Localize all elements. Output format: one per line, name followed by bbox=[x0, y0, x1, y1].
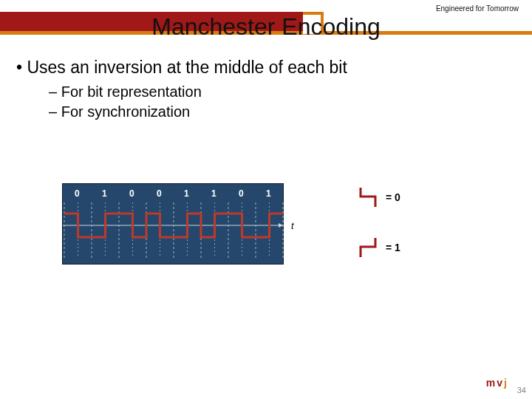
time-axis-label: t bbox=[291, 220, 294, 231]
bit-label: 1 bbox=[178, 188, 205, 199]
logo: mvj bbox=[486, 377, 507, 389]
bullet-sub-2: – For synchronization bbox=[49, 102, 516, 122]
tagline: Engineered for Tomorrow bbox=[436, 4, 519, 13]
bit-label: 0 bbox=[151, 188, 178, 199]
bit-label: 1 bbox=[96, 188, 123, 199]
bit-label: 1 bbox=[205, 188, 233, 199]
legend-one: = 1 bbox=[358, 235, 400, 260]
waveform-chart: 01001101 bbox=[62, 183, 284, 265]
diagram: 01001101 t = 0 = 1 bbox=[62, 170, 476, 288]
bullet-sub-1: – For bit representation bbox=[49, 82, 516, 102]
legend-zero-label: = 0 bbox=[386, 191, 400, 203]
bit-label: 0 bbox=[69, 188, 96, 199]
legend-zero-icon bbox=[358, 185, 380, 210]
legend-zero: = 0 bbox=[358, 185, 400, 210]
bit-labels: 01001101 bbox=[69, 188, 287, 199]
bit-label: 0 bbox=[233, 188, 260, 199]
legend-one-icon bbox=[358, 235, 380, 260]
legend-one-label: = 1 bbox=[386, 242, 400, 253]
bullet-main: Uses an inversion at the middle of each … bbox=[16, 58, 516, 78]
body-content: Uses an inversion at the middle of each … bbox=[16, 58, 516, 122]
bit-label: 1 bbox=[260, 188, 287, 199]
page-title: Manchester Encoding bbox=[0, 13, 532, 41]
page-number: 34 bbox=[517, 386, 526, 395]
bit-label: 0 bbox=[123, 188, 151, 199]
